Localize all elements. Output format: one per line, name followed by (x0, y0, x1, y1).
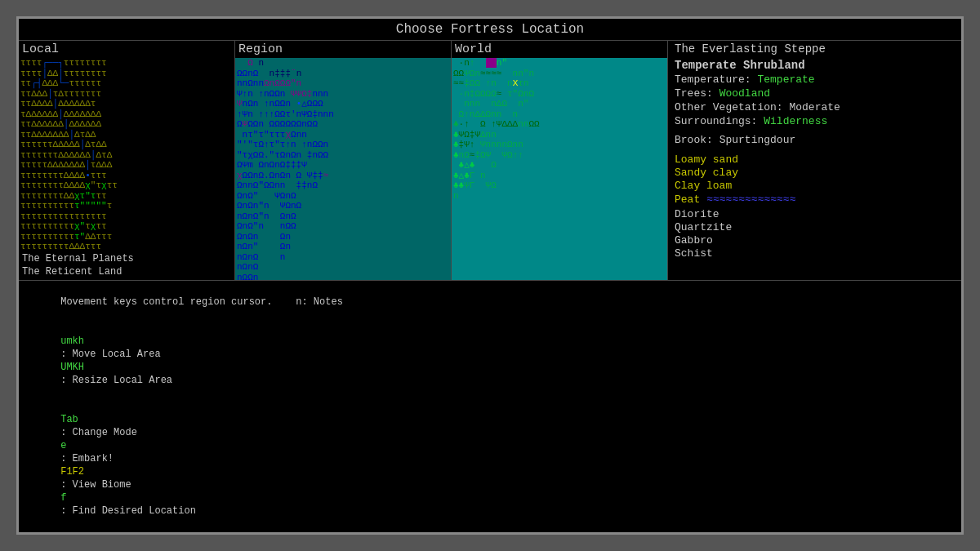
temperature-label: Temperature: (675, 73, 751, 86)
soil-peat: Peat ≈≈≈≈≈≈≈≈≈≈≈≈≈≈ (675, 193, 955, 207)
world-column: World ·n↑ n" ΩΩΨΩn≈≈≈≈ nn"n ≈≈‡ΩΩ ↑n nXτ… (452, 41, 668, 280)
trees-value: Woodland (719, 87, 770, 100)
trees-label: Trees: (675, 87, 713, 100)
temperature-value: Temperate (757, 73, 814, 86)
info-panel: Temperate Shrubland Temperature: Tempera… (668, 57, 961, 262)
rock-diorite: Diorite (675, 208, 955, 221)
surroundings-row: Surroundings: Wilderness (675, 114, 955, 128)
place-name-1: The Eternal Planets (22, 252, 231, 265)
brook-row: Brook: Spurtingdour (675, 133, 955, 147)
info-header: The Everlasting Steppe (668, 41, 961, 57)
title-text: Choose Fortress Location (396, 22, 584, 37)
vegetation-value: Moderate (789, 101, 840, 113)
trees-row: Trees: Woodland (675, 87, 955, 100)
region-column: Region Ω n ΩΩnΩ n‡‡‡¨n nnΩnnΩnΩΩΩ"n Ψ↑n … (235, 41, 452, 280)
place-name-2: The Reticent Land (22, 265, 231, 278)
vegetation-row: Other Vegetation: Moderate (675, 100, 955, 114)
soil-section: Loamy sand Sandy clay Clay loam Peat ≈≈≈… (675, 153, 955, 207)
status-bar: Movement keys control region cursor. n: … (19, 280, 961, 532)
soil-loamy: Loamy sand (675, 153, 955, 167)
brook-label: Brook: (675, 134, 713, 146)
rock-quartzite: Quartzite (675, 221, 955, 234)
f1f2-label: F1F2 (60, 466, 84, 478)
temperature-row: Temperature: Temperate (675, 73, 955, 87)
local-header: Local (19, 41, 234, 58)
rock-gabbro: Gabbro (675, 234, 955, 247)
world-map[interactable]: ·n↑ n" ΩΩΨΩn≈≈≈≈ nn"n ≈≈‡ΩΩ ↑n nXτn ·n‡Ω… (452, 58, 667, 280)
info-column: The Everlasting Steppe Temperate Shrubla… (668, 41, 961, 280)
rock-section: Diorite Quartzite Gabbro Schist (675, 208, 955, 260)
vegetation-label: Other Vegetation: (675, 101, 783, 113)
biome-name: Temperate Shrubland (675, 59, 955, 73)
region-header: Region (235, 41, 451, 58)
surroundings-value: Wilderness (764, 115, 827, 127)
status-line2: umkh : Move Local Area UMKH : Resize Loc… (25, 322, 955, 400)
embark-label: e (60, 440, 66, 451)
soil-clay: Clay loam (675, 180, 955, 193)
soil-sandy: Sandy clay (675, 167, 955, 180)
status-line1: Movement keys control region cursor. n: … (25, 282, 955, 322)
place-names: The Eternal Planets The Reticent Land (19, 251, 234, 280)
local-map[interactable]: ττττ┌──┐ττττττττ ττττ│ΔΔ│ττττττττ ττ┌┤ΔΔ… (19, 58, 234, 251)
rock-schist: Schist (675, 247, 955, 260)
local-column: Local ττττ┌──┐ττττττττ ττττ│ΔΔ│ττττττττ … (19, 41, 235, 280)
umkh-label: umkh (60, 335, 84, 347)
title-bar: Choose Fortress Location (19, 19, 961, 41)
status-line3: Tab : Change Mode e : Embark! F1F2 : Vie… (25, 400, 955, 531)
world-header: World (452, 41, 667, 58)
find-label: f (60, 492, 66, 504)
peat-wave-icon: ≈≈≈≈≈≈≈≈≈≈≈≈≈≈ (706, 193, 795, 207)
region-map[interactable]: Ω n ΩΩnΩ n‡‡‡¨n nnΩnnΩnΩΩΩ"n Ψ↑n ↑nΩΩn Ψ… (235, 58, 451, 280)
surroundings-label: Surroundings: (675, 115, 757, 127)
UMKH-label: UMKH (60, 362, 84, 373)
peat-text: Peat (675, 193, 700, 207)
brook-value: Spurtingdour (719, 134, 796, 146)
tab-label: Tab (60, 414, 78, 425)
